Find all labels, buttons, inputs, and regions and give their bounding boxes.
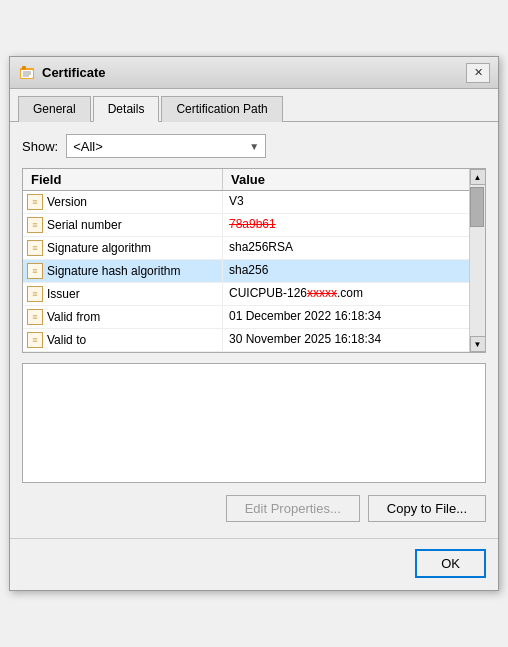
window-icon bbox=[18, 64, 36, 82]
redacted-value: 78a9b61 bbox=[229, 217, 276, 231]
field-cell: ≡ Issuer bbox=[23, 283, 223, 305]
scroll-thumb[interactable] bbox=[470, 187, 484, 227]
field-name: Valid from bbox=[47, 310, 100, 324]
table-row[interactable]: ≡ Serial number 78a9b61 bbox=[23, 214, 469, 237]
value-cell: 30 November 2025 16:18:34 bbox=[223, 329, 469, 351]
field-cell: ≡ Serial number bbox=[23, 214, 223, 236]
field-icon: ≡ bbox=[27, 194, 43, 210]
title-bar: Certificate ✕ bbox=[10, 57, 498, 89]
value-cell: sha256RSA bbox=[223, 237, 469, 259]
table-row[interactable]: ≡ Signature hash algorithm sha256 bbox=[23, 260, 469, 283]
scroll-up-button[interactable]: ▲ bbox=[470, 169, 486, 185]
detail-box bbox=[22, 363, 486, 483]
table-row[interactable]: ≡ Signature algorithm sha256RSA bbox=[23, 237, 469, 260]
tab-general[interactable]: General bbox=[18, 96, 91, 122]
scrollbar[interactable]: ▲ ▼ bbox=[469, 169, 485, 352]
window-title: Certificate bbox=[42, 65, 466, 80]
table-row[interactable]: ≡ Valid from 01 December 2022 16:18:34 bbox=[23, 306, 469, 329]
show-dropdown[interactable]: <All> ▼ bbox=[66, 134, 266, 158]
edit-properties-button[interactable]: Edit Properties... bbox=[226, 495, 360, 522]
field-cell: ≡ Valid from bbox=[23, 306, 223, 328]
issuer-prefix: CUICPUB-126 bbox=[229, 286, 307, 300]
scroll-down-button[interactable]: ▼ bbox=[470, 336, 486, 352]
action-buttons: Edit Properties... Copy to File... bbox=[22, 495, 486, 522]
ok-button[interactable]: OK bbox=[415, 549, 486, 578]
field-name: Signature hash algorithm bbox=[47, 264, 180, 278]
field-cell: ≡ Version bbox=[23, 191, 223, 213]
scroll-track bbox=[470, 185, 485, 336]
table-row[interactable]: ≡ Valid to 30 November 2025 16:18:34 bbox=[23, 329, 469, 352]
field-name: Version bbox=[47, 195, 87, 209]
value-cell: V3 bbox=[223, 191, 469, 213]
tab-bar: General Details Certification Path bbox=[10, 89, 498, 122]
chevron-down-icon: ▼ bbox=[249, 141, 259, 152]
field-name: Issuer bbox=[47, 287, 80, 301]
field-icon: ≡ bbox=[27, 332, 43, 348]
copy-to-file-button[interactable]: Copy to File... bbox=[368, 495, 486, 522]
col-field-header: Field bbox=[23, 169, 223, 190]
tab-certification-path[interactable]: Certification Path bbox=[161, 96, 282, 122]
field-name: Serial number bbox=[47, 218, 122, 232]
tab-content: Show: <All> ▼ Field Value ≡ Version bbox=[10, 122, 498, 534]
table-inner: Field Value ≡ Version V3 ≡ Serial number bbox=[23, 169, 469, 352]
svg-rect-1 bbox=[22, 66, 26, 70]
show-dropdown-value: <All> bbox=[73, 139, 103, 154]
certificate-table: Field Value ≡ Version V3 ≡ Serial number bbox=[22, 168, 486, 353]
certificate-window: Certificate ✕ General Details Certificat… bbox=[9, 56, 499, 591]
redacted-part: xxxxx bbox=[307, 286, 337, 300]
field-icon: ≡ bbox=[27, 309, 43, 325]
table-header: Field Value bbox=[23, 169, 469, 191]
field-name: Signature algorithm bbox=[47, 241, 151, 255]
value-cell: 78a9b61 bbox=[223, 214, 469, 236]
table-row[interactable]: ≡ Version V3 bbox=[23, 191, 469, 214]
field-icon: ≡ bbox=[27, 286, 43, 302]
close-button[interactable]: ✕ bbox=[466, 63, 490, 83]
issuer-suffix: .com bbox=[337, 286, 363, 300]
field-cell: ≡ Signature hash algorithm bbox=[23, 260, 223, 282]
table-row[interactable]: ≡ Issuer CUICPUB-126xxxxx.com bbox=[23, 283, 469, 306]
show-row: Show: <All> ▼ bbox=[22, 134, 486, 158]
value-cell: CUICPUB-126xxxxx.com bbox=[223, 283, 469, 305]
tab-details[interactable]: Details bbox=[93, 96, 160, 122]
value-cell: 01 December 2022 16:18:34 bbox=[223, 306, 469, 328]
field-icon: ≡ bbox=[27, 240, 43, 256]
field-name: Valid to bbox=[47, 333, 86, 347]
value-cell: sha256 bbox=[223, 260, 469, 282]
field-cell: ≡ Valid to bbox=[23, 329, 223, 351]
show-label: Show: bbox=[22, 139, 58, 154]
field-icon: ≡ bbox=[27, 217, 43, 233]
ok-row: OK bbox=[10, 538, 498, 590]
field-icon: ≡ bbox=[27, 263, 43, 279]
field-cell: ≡ Signature algorithm bbox=[23, 237, 223, 259]
col-value-header: Value bbox=[223, 169, 469, 190]
